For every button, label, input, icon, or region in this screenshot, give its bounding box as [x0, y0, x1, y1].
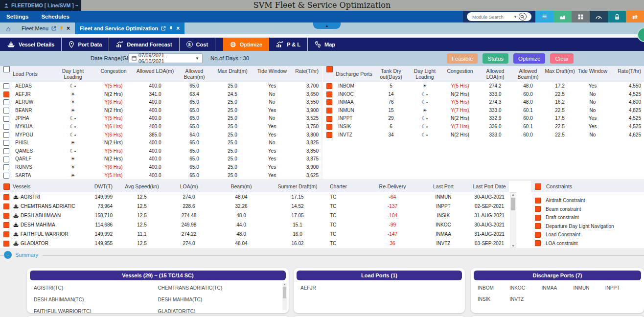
row-checkbox[interactable]	[326, 124, 332, 130]
row-checkbox[interactable]	[3, 222, 9, 228]
gauge-icon[interactable]	[590, 11, 608, 23]
constraint-checkbox[interactable]	[535, 232, 541, 238]
row-checkbox[interactable]	[3, 194, 9, 200]
select-all-constraints-checkbox[interactable]	[535, 183, 541, 190]
load-port-row[interactable]: AEFJR ☀☾★ N(2 Hrs) 341.0 63.4 24.5 No 3,…	[0, 91, 322, 99]
tab-vessel-details[interactable]: Vessel Details	[0, 38, 62, 51]
clear-button[interactable]: Clear	[550, 53, 573, 64]
hamburger-menu-icon[interactable]: ≡	[535, 11, 553, 23]
vessel-row[interactable]: DESH ABHIMAAN 158,710 12.5 274.48 48.0 1…	[0, 211, 509, 220]
load-port-row[interactable]: AEDAS ☀☾★ Y(5 Hrs) 400.0 65.0 25.0 Yes 3…	[0, 82, 322, 91]
vessels-scrollbar[interactable]: ▲ ▼	[510, 192, 516, 248]
discharge-port-row[interactable]: INSIK 6 ☀☾★ Y(7 Hrs) 336.0 60.1 22.5 Yes…	[323, 123, 644, 131]
chevron-down-icon[interactable]: ▼	[513, 15, 517, 19]
status-button[interactable]: Status	[483, 53, 508, 64]
lock-icon[interactable]	[608, 11, 626, 23]
constraint-item[interactable]: Draft constraint	[535, 213, 644, 222]
discharge-port-row[interactable]: INMUN 15 ☀☾★ Y(7 Hrs) 333.0 60.1 22.5 No…	[323, 107, 644, 115]
constraint-checkbox[interactable]	[535, 215, 541, 221]
row-checkbox[interactable]	[3, 83, 9, 89]
search-input[interactable]	[471, 14, 513, 20]
external-link-icon[interactable]	[161, 26, 166, 31]
menu-schedules[interactable]: Schedules	[35, 14, 76, 20]
row-checkbox[interactable]	[3, 124, 9, 130]
select-all-load-ports-checkbox[interactable]	[3, 66, 10, 72]
vessel-row[interactable]: CHEMTRANS ADRIATIC 73,964 12.5 228.6 32.…	[0, 202, 509, 211]
tab-fleet-menu[interactable]: Fleet Menu ×	[17, 23, 75, 34]
tab-fleet-and-service-optimization[interactable]: Fleet and Service Optimization ×	[75, 23, 184, 34]
constraint-item[interactable]: Beam constraint	[535, 205, 644, 214]
scroll-up-icon[interactable]: ▲	[283, 283, 286, 286]
row-checkbox[interactable]	[326, 83, 332, 89]
row-checkbox[interactable]	[326, 99, 332, 105]
constraint-checkbox[interactable]	[535, 240, 541, 246]
load-port-row[interactable]: QARLF ☀☾★ N(2 Hrs) 400.0 65.0 25.0 Yes 3…	[0, 155, 322, 163]
apps-grid-icon[interactable]	[572, 11, 590, 23]
scroll-thumb[interactable]	[511, 198, 515, 210]
constraint-checkbox[interactable]	[535, 206, 541, 212]
constraint-item[interactable]: Departure Day Light Navigation	[535, 222, 644, 231]
pin-icon[interactable]	[169, 26, 173, 31]
constraint-item[interactable]: Load Constraint	[535, 230, 644, 239]
row-checkbox[interactable]	[3, 148, 9, 154]
row-checkbox[interactable]	[3, 241, 9, 247]
module-search[interactable]: ▼	[467, 12, 531, 21]
optimize-button[interactable]: Optimize	[513, 53, 545, 64]
close-icon[interactable]: ×	[176, 25, 180, 32]
vessel-row[interactable]: GLADIATOR 149,955 12.5 274.0 48.04 16.02…	[0, 239, 509, 248]
row-checkbox[interactable]	[326, 116, 332, 122]
vessel-row[interactable]: FAITHFUL WARRIOR 149,992 11.1 274.22 48.…	[0, 229, 509, 239]
card-scrollbar[interactable]: ▲	[282, 283, 287, 310]
tab-demand-forecast[interactable]: Demand Forecast	[109, 38, 179, 51]
pin-icon[interactable]	[59, 26, 64, 31]
row-checkbox[interactable]	[3, 157, 9, 162]
load-port-row[interactable]: MYPGU ☀☾★ Y(6 Hrs) 385.0 64.0 25.0 Yes 3…	[0, 131, 322, 139]
load-port-row[interactable]: MYKUA ☀☾★ Y(6 Hrs) 400.0 65.0 25.0 Yes 3…	[0, 123, 322, 131]
external-link-icon[interactable]	[51, 26, 56, 31]
discharge-port-row[interactable]: INKOC 14 ☀☾★ N(2 Hrs) 333.0 60.0 22.5 No…	[323, 91, 644, 99]
row-checkbox[interactable]	[326, 132, 332, 138]
close-icon[interactable]: ×	[67, 25, 70, 32]
row-checkbox[interactable]	[3, 140, 9, 146]
feasible-button[interactable]: Feasible	[447, 53, 478, 64]
select-all-discharge-ports-checkbox[interactable]	[326, 66, 333, 72]
scroll-thumb[interactable]	[283, 287, 286, 298]
tab-pnl[interactable]: P & L	[269, 38, 308, 51]
row-checkbox[interactable]	[326, 91, 332, 97]
row-checkbox[interactable]	[326, 108, 332, 113]
row-checkbox[interactable]	[3, 108, 9, 113]
load-port-row[interactable]: BEANR ☀☾★ N(2 Hrs) 400.0 65.0 25.0 Yes 3…	[0, 107, 322, 115]
select-all-vessels-checkbox[interactable]	[3, 183, 10, 190]
menu-settings[interactable]: Settings	[0, 14, 35, 20]
vessel-row[interactable]: DESH MAHIMA 114,686 12.5 249.98 44.0 15.…	[0, 220, 509, 229]
row-checkbox[interactable]	[3, 132, 9, 138]
load-port-row[interactable]: QAMES ☀☾★ Y(5 Hrs) 400.0 65.0 25.0 Yes 3…	[0, 147, 322, 156]
collapse-summary-icon[interactable]: −	[4, 251, 12, 259]
constraint-item[interactable]: Airdraft Constraint	[535, 196, 644, 205]
tab-port-data[interactable]: Port Data	[62, 38, 109, 51]
row-checkbox[interactable]	[3, 204, 9, 209]
row-checkbox[interactable]	[3, 173, 9, 179]
scroll-up-icon[interactable]: ▲	[511, 193, 515, 196]
home-icon[interactable]: ⌂	[0, 23, 17, 34]
constraint-checkbox[interactable]	[535, 198, 541, 204]
constraint-checkbox[interactable]	[535, 223, 541, 229]
load-port-row[interactable]: AERUW ☀☾★ Y(6 Hrs) 400.0 65.0 25.0 No 3,…	[0, 98, 322, 107]
discharge-port-row[interactable]: INPPT 29 ☀☾★ N(2 Hrs) 332.9 60.0 17.5 Ye…	[323, 114, 644, 123]
discharge-port-row[interactable]: INBOM 5 ☀☾★ Y(5 Hrs) 274.2 48.0 17.2 Yes…	[323, 82, 644, 91]
row-checkbox[interactable]	[3, 231, 9, 237]
row-checkbox[interactable]	[3, 164, 9, 170]
date-range-picker[interactable]: 07/09/2021 - 06/10/2021 ▼	[128, 53, 203, 63]
load-port-row[interactable]: RUNVS ☀☾★ Y(6 Hrs) 400.0 65.0 25.0 Yes 3…	[0, 163, 322, 172]
tab-map[interactable]: Map	[308, 38, 342, 51]
constraint-item[interactable]: LOA constraint	[535, 239, 644, 248]
tab-optimize[interactable]: ⚙ Optimize	[223, 38, 269, 51]
row-checkbox[interactable]	[3, 91, 9, 97]
row-checkbox[interactable]	[3, 99, 9, 105]
tab-cost[interactable]: $ Cost	[180, 38, 215, 51]
vessel-row[interactable]: AGISTRI 149,999 12.5 274.0 48.04 17.15 T…	[0, 192, 509, 202]
discharge-port-row[interactable]: INMAA 76 ☀☾★ Y(5 Hrs) 274.3 48.0 16.2 No…	[323, 98, 644, 107]
row-checkbox[interactable]	[3, 116, 9, 122]
load-port-row[interactable]: PHISL ☀☾★ N(2 Hrs) 400.0 65.0 25.0 No 3,…	[0, 139, 322, 147]
collapse-panel-handle[interactable]: ▲	[313, 23, 341, 29]
